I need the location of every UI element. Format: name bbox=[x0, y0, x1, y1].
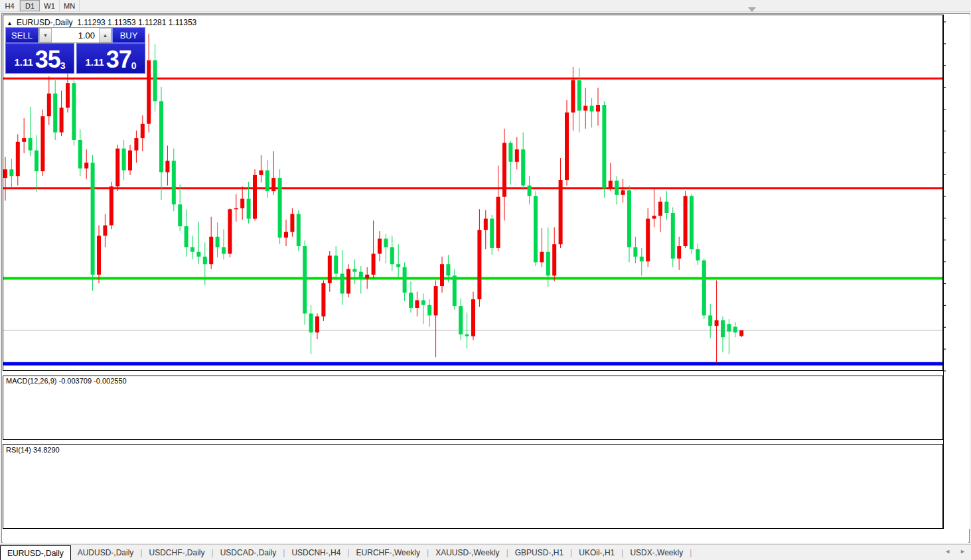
volume-decrease-button[interactable]: ▼ bbox=[39, 28, 52, 42]
chart-tab-eurchf-weekly[interactable]: EURCHF-,Weekly bbox=[350, 545, 427, 560]
tab-separator: | bbox=[690, 548, 692, 557]
buy-price-prefix: 1.11 bbox=[85, 54, 104, 71]
chart-tab-xauusd-weekly[interactable]: XAUUSD-,Weekly bbox=[429, 545, 506, 560]
buy-price-big: 37 bbox=[106, 48, 131, 71]
chart-tab-ukoil-h1[interactable]: UKOil-,H1 bbox=[572, 545, 621, 560]
sell-price-prefix: 1.11 bbox=[14, 54, 33, 71]
chart-tab-bar: EURUSD-,DailyAUDUSD-,Daily|USDCHF-,Daily… bbox=[0, 544, 971, 560]
chart-tab-usdx-weekly[interactable]: USDX-,Weekly bbox=[623, 545, 690, 560]
one-click-trade-panel: SELL ▼ 1.00 ▲ BUY 1.11 35 3 1.11 37 0 bbox=[5, 27, 145, 74]
chart-title: ▲EURUSD-,Daily 1.11293 1.11353 1.11281 1… bbox=[7, 18, 196, 27]
macd-indicator-label: MACD(12,26,9) -0.003709 -0.002550 bbox=[6, 377, 127, 385]
chart-tab-eurusd-daily[interactable]: EURUSD-,Daily bbox=[0, 545, 71, 560]
tab-scroll-left-icon[interactable]: ◄ bbox=[944, 548, 950, 555]
sell-button[interactable]: SELL bbox=[5, 27, 38, 43]
chart-ohlc-values: 1.11293 1.11353 1.11281 1.11353 bbox=[77, 18, 196, 27]
volume-spinner: ▼ 1.00 ▲ bbox=[38, 27, 112, 43]
chart-tab-usdcnh-h4[interactable]: USDCNH-,H4 bbox=[285, 545, 347, 560]
terminal-window: H4D1W1MN ▲EURUSD-,Daily 1.11293 1.11353 … bbox=[0, 0, 971, 560]
chart-tab-usdcad-daily[interactable]: USDCAD-,Daily bbox=[214, 545, 283, 560]
chart-tab-gbpusd-h1[interactable]: GBPUSD-,H1 bbox=[508, 545, 570, 560]
buy-button[interactable]: BUY bbox=[112, 27, 145, 43]
tab-scroll-right-icon[interactable]: ► bbox=[960, 548, 966, 555]
sell-price-button[interactable]: 1.11 35 3 bbox=[5, 43, 74, 74]
chart-symbol-label: EURUSD-,Daily bbox=[17, 18, 73, 27]
sell-price-sup: 3 bbox=[60, 60, 66, 71]
chart-tab-audusd-daily[interactable]: AUDUSD-,Daily bbox=[71, 545, 141, 560]
rsi-indicator-label: RSI(14) 34.8290 bbox=[6, 446, 60, 454]
price-chart-canvas[interactable] bbox=[0, 0, 971, 560]
collapse-icon[interactable]: ▲ bbox=[7, 20, 13, 27]
volume-input[interactable]: 1.00 bbox=[52, 28, 99, 42]
tab-scroll-arrows: ◄ ► bbox=[944, 548, 966, 555]
volume-increase-button[interactable]: ▲ bbox=[99, 28, 112, 42]
buy-price-button[interactable]: 1.11 37 0 bbox=[76, 43, 145, 74]
sell-price-big: 35 bbox=[35, 48, 60, 71]
buy-price-sup: 0 bbox=[131, 60, 137, 71]
chart-tab-usdchf-daily[interactable]: USDCHF-,Daily bbox=[143, 545, 212, 560]
